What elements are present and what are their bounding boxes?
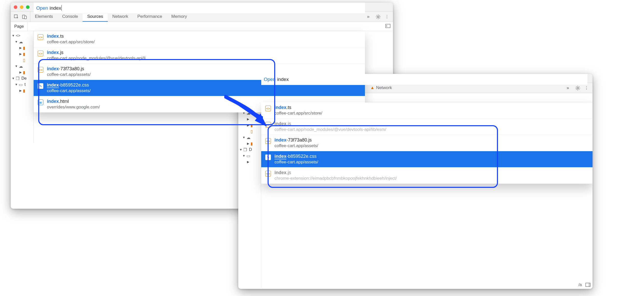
tree-row[interactable]: ▼❒De [11,75,33,81]
expand-icon: ▼ [12,77,15,80]
result-rest: -73f73a80.js [286,137,312,143]
page-frame-icon: <> [16,33,20,38]
tree-row[interactable]: ▶▮ [11,69,33,75]
command-menu[interactable]: Open index [34,3,365,14]
result-path: coffee-cart.app/node_modules/@vue/devtoo… [47,56,146,61]
tree-row[interactable]: ▼☁ [11,39,33,45]
command-prefix: Open [36,5,48,11]
result-match: index [47,34,59,39]
tree-row[interactable]: ▯ [11,57,33,63]
inspect-element-icon[interactable] [14,14,19,19]
tree-row[interactable]: ▶▮ [238,140,261,147]
result-path: coffee-cart.app/src/store/ [274,111,322,116]
script-file-icon: <> [38,51,43,56]
result-path: coffee-cart.app/assets/ [47,88,91,93]
folder-icon: ▮ [251,141,255,146]
file-icon: ▯ [251,129,255,134]
result-match: index [47,99,59,104]
tab-label: Memory [171,14,187,19]
collapse-icon: ▶ [19,52,22,56]
folder-icon: ▮ [23,46,28,50]
style-file-icon: ✎ [38,83,43,89]
result-path: coffee-cart.app/assets/ [274,143,318,148]
devtools-window-2: DevTools - coffee-cart.app/ ElementsSour… [238,74,593,289]
expand-icon: ▼ [239,148,242,151]
folder-icon: ▮ [23,88,28,93]
command-menu[interactable]: Open index [261,74,587,85]
command-result-item[interactable]: <>index.tscoffee-cart.app/src/store/ [34,31,365,47]
toggle-drawer-icon[interactable] [585,282,590,287]
tree-row[interactable]: ▼☁ [11,63,33,69]
svg-point-8 [577,87,579,89]
expand-icon: ▼ [15,83,18,86]
tree-row[interactable]: ▼❒D [238,147,261,153]
result-rest: -b859522e.css [59,82,89,88]
tab-label: Network [112,14,128,19]
tree-row[interactable]: ▶▮ [238,122,261,128]
result-filename: index.js [274,121,386,126]
settings-icon[interactable] [575,86,580,91]
frame-icon: ▭ [246,153,251,158]
tree-row[interactable]: ▶ [238,116,261,122]
result-path: coffee-cart.app/assets/ [47,72,91,77]
tree-row[interactable]: ▼▭t [11,81,33,88]
result-filename: index-b859522e.css [274,154,318,159]
tree-row[interactable]: ▼☁ [238,134,261,140]
style-file-icon: ✎ [265,154,271,160]
tab-label: Elements [35,14,53,19]
command-result-item[interactable]: <>index.jscoffee-cart.app/node_modules/@… [34,47,365,64]
tree-row[interactable]: ▶▮ [11,51,33,57]
result-filename: index.js [274,170,397,175]
file-icon: ▯ [23,58,28,63]
script-file-icon: <> [265,171,271,176]
tree-row[interactable]: ▶▮ [11,45,33,51]
folder-icon: ▮ [23,52,28,57]
script-file-icon: <> [265,122,271,128]
command-result-item[interactable]: <>index-73f73a80.jscoffee-cart.app/asset… [261,135,593,151]
command-result-item[interactable]: <>index.tscoffee-cart.app/src/store/ [261,102,593,119]
tree-row[interactable]: ▶ [238,159,261,165]
svg-rect-10 [588,283,590,287]
collapse-icon: ▶ [246,142,249,145]
command-results: <>index.tscoffee-cart.app/src/store/<>in… [261,102,593,184]
file-tree[interactable]: ▼<>▼☁▶▮▶▮▯▼☁▶▮▼❒De▼▭t▶▮ [11,31,34,143]
tree-row[interactable]: ▼<> [11,33,33,39]
result-path: coffee-cart.app/src/store/ [47,39,95,45]
svg-point-3 [377,16,379,17]
expand-icon: ▼ [12,34,15,37]
result-rest: -73f73a80.js [59,66,84,71]
command-result-item[interactable]: ✎index-b859522e.csscoffee-cart.app/asset… [261,151,593,167]
svg-rect-2 [24,16,27,19]
script-file-icon: <> [265,106,271,111]
tab-overflow-icon[interactable]: » [564,85,572,91]
sources-toolbar: Page Open index [11,22,393,31]
tab-overflow-icon[interactable]: » [364,14,372,19]
kebab-menu-icon[interactable]: ⋮ [384,14,389,19]
collapse-icon: ▶ [246,117,249,121]
tree-row[interactable]: ▼▭ [238,153,261,159]
settings-icon[interactable] [376,14,381,19]
toggle-drawer-icon[interactable] [383,24,393,29]
command-result-item[interactable]: <>index.jscoffee-cart.app/node_modules/@… [261,119,593,135]
tree-label: D [249,147,252,152]
command-result-item[interactable]: <>index.jschrome-extension://eimadpbcbfn… [261,167,593,184]
page-tab[interactable]: Page [11,22,28,31]
file-tree[interactable]: ▼<>A▼☁▶▶▮▯▼☁▶▮▼❒D▼▭▶ [238,102,261,288]
device-toggle-icon[interactable] [22,14,27,19]
script-file-icon: <> [265,138,271,144]
collapse-icon: ▶ [246,160,249,164]
command-prefix: Open [264,77,275,82]
script-file-icon: <> [38,34,43,40]
tab-label: Network [376,85,392,90]
result-rest: .ts [59,34,64,39]
package-icon: ❒ [243,147,248,152]
folder-icon: ▮ [23,70,28,75]
tab-label: Console [62,14,78,19]
cloud-icon: ☁ [246,135,251,140]
kebab-menu-icon[interactable]: ⋮ [584,86,589,91]
folder-icon: ▮ [251,123,255,128]
collapse-icon: ▶ [19,46,22,50]
tree-row[interactable]: ▯ [238,128,261,134]
tree-row[interactable]: ▶▮ [11,88,33,94]
expand-icon: ▼ [15,64,18,68]
